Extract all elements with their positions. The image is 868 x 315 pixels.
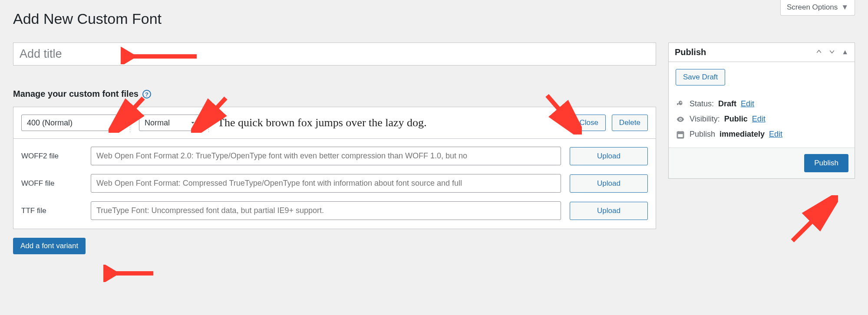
divider — [130, 113, 130, 132]
upload-button[interactable]: Upload — [570, 147, 648, 165]
upload-button[interactable]: Upload — [570, 202, 648, 220]
toggle-panel-icon[interactable]: ▲ — [842, 48, 848, 57]
font-style-select[interactable]: Normal — [139, 115, 200, 131]
publish-when: immediately — [719, 130, 765, 139]
delete-button[interactable]: Delete — [612, 115, 648, 131]
save-draft-button[interactable]: Save Draft — [676, 69, 725, 85]
file-label: WOFF2 file — [21, 152, 82, 161]
sidebar: Publish ▲ Save Draft Stat — [668, 43, 855, 179]
calendar-icon — [676, 130, 685, 139]
upload-button[interactable]: Upload — [570, 174, 648, 193]
woff-path-input[interactable] — [91, 174, 561, 193]
edit-visibility-link[interactable]: Edit — [752, 115, 766, 124]
svg-text:?: ? — [145, 91, 149, 98]
variant-panel: 400 (Normal) Normal The quick brown fox … — [13, 107, 656, 229]
move-up-icon[interactable] — [815, 48, 822, 57]
file-row-woff: WOFF file Upload — [21, 174, 648, 193]
file-label: TTF file — [21, 207, 82, 215]
title-input[interactable] — [13, 43, 656, 65]
manage-fonts-heading-text: Manage your custom font files — [13, 89, 139, 99]
divider — [208, 113, 209, 132]
font-files-block: WOFF2 file Upload WOFF file Upload TTF f… — [13, 138, 656, 229]
ttf-path-input[interactable] — [91, 201, 561, 220]
publish-actions: Publish — [669, 148, 855, 178]
manage-fonts-heading: Manage your custom font files ? — [13, 89, 656, 99]
visibility-value: Public — [724, 115, 748, 124]
screen-options-tab[interactable]: Screen Options ▼ — [780, 0, 855, 16]
file-row-woff2: WOFF2 file Upload — [21, 147, 648, 165]
move-down-icon[interactable] — [828, 48, 835, 57]
status-value: Draft — [718, 99, 736, 108]
status-label: Status: — [690, 99, 714, 108]
font-weight-select[interactable]: 400 (Normal) — [21, 115, 121, 131]
publish-title: Publish — [675, 47, 706, 57]
status-row: Status: Draft Edit — [676, 99, 848, 108]
add-font-variant-button[interactable]: Add a font variant — [13, 238, 86, 254]
close-button[interactable]: Close — [572, 115, 605, 131]
help-icon[interactable]: ? — [142, 89, 152, 99]
edit-status-link[interactable]: Edit — [741, 99, 754, 108]
woff2-path-input[interactable] — [91, 147, 561, 165]
edit-schedule-link[interactable]: Edit — [769, 130, 782, 139]
publish-metabox: Publish ▲ Save Draft Stat — [668, 43, 855, 179]
visibility-row: Visibility: Public Edit — [676, 115, 848, 124]
screen-options-label: Screen Options — [787, 3, 838, 12]
publish-metabox-body: Save Draft Status: Draft Edit Visibility… — [669, 62, 855, 148]
publish-label: Publish — [690, 130, 715, 139]
page-title: Add New Custom Font — [13, 10, 855, 27]
file-row-ttf: TTF file Upload — [21, 201, 648, 220]
title-input-wrap — [13, 43, 656, 66]
key-icon — [676, 100, 685, 108]
schedule-row: Publish immediately Edit — [676, 130, 848, 139]
file-label: WOFF file — [21, 179, 82, 188]
chevron-down-icon: ▼ — [841, 3, 848, 12]
main-column: Manage your custom font files ? 400 (Nor… — [13, 43, 656, 254]
font-preview-text: The quick brown fox jumps over the lazy … — [218, 116, 566, 129]
visibility-label: Visibility: — [690, 115, 720, 124]
eye-icon — [676, 115, 685, 124]
publish-metabox-header: Publish ▲ — [669, 43, 855, 62]
publish-button[interactable]: Publish — [804, 154, 848, 172]
variant-header: 400 (Normal) Normal The quick brown fox … — [13, 107, 656, 138]
